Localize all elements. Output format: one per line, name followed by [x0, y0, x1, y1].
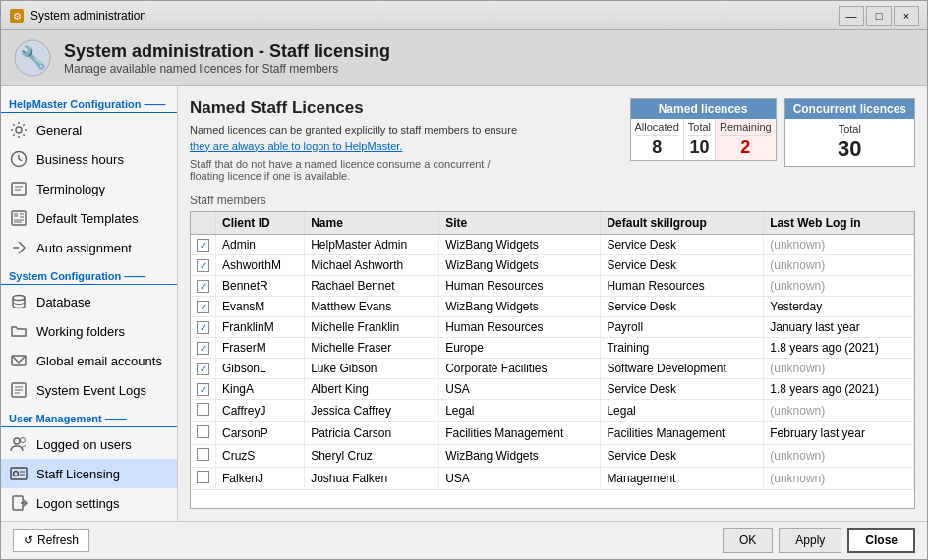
table-row[interactable]: AdminHelpMaster AdminWizBang WidgetsServ…: [191, 235, 914, 255]
sidebar-item-staff-licensing[interactable]: Staff Licensing: [1, 459, 177, 488]
col-header-checkbox: [191, 212, 216, 235]
client-id-cell: CaffreyJ: [216, 400, 305, 422]
sidebar-item-terminology-label: Terminology: [36, 182, 105, 196]
close-button[interactable]: Close: [847, 528, 915, 553]
client-id-cell: CruzS: [216, 445, 305, 468]
sidebar-section-label-system: System Configuration ——: [1, 262, 177, 285]
svg-point-4: [16, 127, 22, 133]
row-checkbox-cell: [191, 297, 216, 317]
header-title: System administration - Staff licensing: [64, 41, 390, 62]
sidebar-item-global-email[interactable]: Global email accounts: [1, 346, 177, 375]
row-checkbox-cell: [191, 359, 216, 379]
site-cell: USA: [439, 379, 601, 400]
row-checkbox[interactable]: [197, 448, 209, 461]
apply-button[interactable]: Apply: [779, 528, 841, 553]
table-row[interactable]: FranklinMMichelle FranklinHuman Resource…: [191, 317, 914, 338]
row-checkbox[interactable]: [197, 471, 209, 483]
svg-point-24: [21, 438, 26, 443]
auto-icon: [9, 238, 29, 257]
sidebar-item-default-templates-label: Default Templates: [36, 211, 139, 226]
sidebar-section-label-user-management: User Management ——: [1, 405, 177, 427]
table-row[interactable]: FraserMMichelle FraserEuropeTraining1.8 …: [191, 338, 914, 359]
last-login-cell: (unknown): [764, 359, 914, 379]
last-login-cell: (unknown): [764, 235, 914, 255]
row-checkbox[interactable]: [197, 403, 209, 416]
row-checkbox[interactable]: [197, 259, 209, 272]
svg-point-26: [14, 472, 19, 476]
gear-icon: [9, 120, 29, 140]
row-checkbox[interactable]: [197, 383, 209, 396]
sidebar-item-working-folders[interactable]: Working folders: [1, 316, 177, 346]
note-text: Staff that do not have a named licence c…: [190, 158, 618, 182]
table-row[interactable]: GibsonLLuke GibsonCorporate FacilitiesSo…: [191, 359, 914, 379]
svg-rect-8: [12, 183, 26, 195]
site-cell: Corporate Facilities: [439, 359, 601, 379]
client-id-cell: GibsonL: [216, 359, 305, 379]
sidebar-item-working-folders-label: Working folders: [36, 324, 125, 339]
content-top: Named Staff Licences Named licences can …: [190, 98, 915, 188]
svg-text:⚙: ⚙: [13, 11, 22, 22]
sidebar-section-system: System Configuration —— Database Working…: [1, 262, 177, 405]
header-icon: 🔧: [13, 38, 52, 78]
database-icon: [9, 292, 29, 311]
row-checkbox[interactable]: [197, 239, 209, 252]
licence-icon: [9, 464, 29, 483]
sidebar-item-auto-assignment-label: Auto assignment: [36, 241, 132, 255]
ok-button[interactable]: OK: [723, 528, 773, 553]
sidebar-item-database[interactable]: Database: [1, 287, 177, 316]
concurrent-licences-header: Concurrent licences: [785, 99, 914, 119]
sidebar-item-auto-assignment[interactable]: Auto assignment: [1, 233, 177, 262]
text-icon: [9, 179, 29, 198]
sidebar-item-logged-on-users[interactable]: Logged on users: [1, 429, 177, 459]
window-close-button[interactable]: ×: [894, 6, 919, 26]
table-row[interactable]: CaffreyJJessica CaffreyLegalLegal(unknow…: [191, 400, 914, 422]
table-row[interactable]: AshworthMMichael AshworthWizBang Widgets…: [191, 255, 914, 276]
concurrent-licences-body: Total 30: [785, 119, 914, 166]
main-content: HelpMaster Configuration —— General Busi…: [1, 86, 927, 521]
skillgroup-cell: Training: [601, 338, 764, 359]
row-checkbox[interactable]: [197, 280, 209, 293]
sidebar-item-system-event-logs[interactable]: System Event Logs: [1, 375, 177, 405]
sidebar-item-business-hours[interactable]: Business hours: [1, 144, 177, 174]
row-checkbox[interactable]: [197, 301, 209, 313]
row-checkbox[interactable]: [197, 363, 209, 375]
sidebar-item-general[interactable]: General: [1, 115, 177, 144]
site-cell: Europe: [439, 338, 601, 359]
last-login-cell: (unknown): [764, 445, 914, 468]
table-row[interactable]: EvansMMatthew EvansWizBang WidgetsServic…: [191, 297, 914, 317]
table-row[interactable]: CruzSSheryl CruzWizBang WidgetsService D…: [191, 445, 914, 468]
minimize-button[interactable]: —: [839, 6, 864, 26]
name-cell: Michelle Fraser: [305, 338, 439, 359]
col-header-last-login: Last Web Log in: [764, 212, 914, 235]
name-cell: Rachael Bennet: [305, 276, 439, 297]
refresh-icon: ↺: [24, 533, 33, 547]
refresh-button[interactable]: ↺ Refresh: [13, 529, 89, 552]
last-login-cell: 1.8 years ago (2021): [764, 338, 914, 359]
row-checkbox[interactable]: [197, 321, 209, 334]
sidebar-item-staff-licensing-label: Staff Licensing: [36, 467, 120, 481]
header-subtitle: Manage available named licences for Staf…: [64, 62, 390, 76]
sidebar-item-logon-settings[interactable]: Logon settings: [1, 488, 177, 518]
table-row[interactable]: BennetRRachael BennetHuman ResourcesHuma…: [191, 276, 914, 297]
skillgroup-cell: Service Desk: [601, 445, 764, 468]
sidebar-item-default-templates[interactable]: Default Templates: [1, 203, 177, 233]
site-cell: Legal: [439, 400, 601, 422]
name-cell: Albert King: [305, 379, 439, 400]
skillgroup-cell: Management: [601, 468, 764, 490]
sidebar-item-terminology[interactable]: Terminology: [1, 174, 177, 203]
col-header-skillgroup: Default skillgroup: [601, 212, 764, 235]
name-cell: Jessica Caffrey: [305, 400, 439, 422]
remaining-col: Remaining 2: [716, 119, 776, 160]
staff-table-container[interactable]: Client ID Name Site Default skillgroup L…: [190, 211, 915, 509]
table-row[interactable]: FalkenJJoshua FalkenUSAManagement(unknow…: [191, 468, 914, 490]
main-window: ⚙ System administration — □ × 🔧 System a…: [0, 0, 928, 560]
row-checkbox[interactable]: [197, 342, 209, 355]
last-login-cell: (unknown): [764, 255, 914, 276]
maximize-button[interactable]: □: [866, 6, 892, 26]
skillgroup-cell: Legal: [601, 400, 764, 422]
svg-rect-12: [14, 213, 18, 217]
table-row[interactable]: KingAAlbert KingUSAService Desk1.8 years…: [191, 379, 914, 400]
email-icon: [9, 351, 29, 370]
table-row[interactable]: CarsonPPatricia CarsonFacilities Managem…: [191, 422, 914, 445]
row-checkbox[interactable]: [197, 425, 209, 438]
